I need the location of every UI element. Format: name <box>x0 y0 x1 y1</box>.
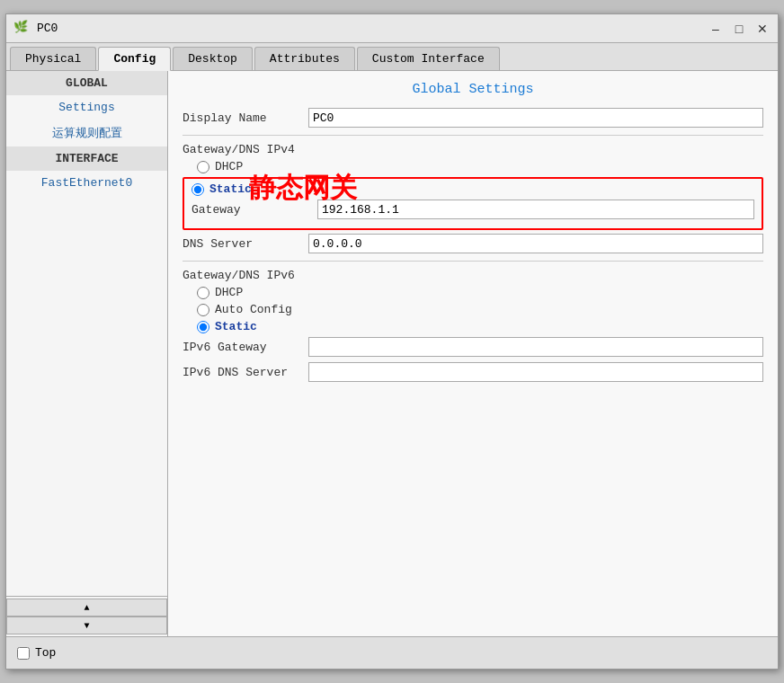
tab-bar: Physical Config Desktop Attributes Custo… <box>6 43 778 71</box>
static6-radio[interactable] <box>197 321 209 333</box>
ipv6-gateway-input[interactable] <box>308 337 763 357</box>
tab-custom-interface[interactable]: Custom Interface <box>357 47 500 70</box>
ipv6-dns-label: IPv6 DNS Server <box>183 366 308 379</box>
scroll-down-button[interactable]: ▼ <box>6 616 167 634</box>
content-area: GLOBAL Settings 运算规则配置 INTERFACE FastEth… <box>6 71 778 636</box>
sidebar-group-global[interactable]: GLOBAL <box>6 71 167 95</box>
dns-label: DNS Server <box>183 237 308 251</box>
tab-desktop[interactable]: Desktop <box>173 47 253 70</box>
dhcp6-radio[interactable] <box>197 287 209 299</box>
top-label: Top <box>35 646 56 660</box>
app-icon: 🌿 <box>13 20 31 38</box>
ipv6-gateway-row: IPv6 Gateway <box>183 337 763 357</box>
ipv4-group-label: Gateway/DNS IPv4 <box>183 143 763 156</box>
sidebar-item-fastethernet0[interactable]: FastEthernet0 <box>6 171 167 195</box>
dhcp6-label: DHCP <box>215 286 243 299</box>
static6-row: Static <box>197 320 763 333</box>
top-checkbox[interactable] <box>17 647 30 660</box>
display-name-label: Display Name <box>183 111 308 125</box>
sidebar-scrollbar: ▲ ▼ <box>6 596 167 636</box>
gateway-label: Gateway <box>192 203 317 217</box>
sidebar-item-rules[interactable]: 运算规则配置 <box>6 120 167 146</box>
auto-config-row: Auto Config <box>197 303 763 316</box>
close-button[interactable]: ✕ <box>754 21 771 37</box>
dhcp6-row: DHCP <box>197 286 763 299</box>
dns-row: DNS Server <box>183 234 763 253</box>
display-name-input[interactable] <box>308 108 763 128</box>
auto-config-label: Auto Config <box>215 303 292 316</box>
dhcp-radio[interactable] <box>197 161 209 173</box>
sidebar-group-interface[interactable]: INTERFACE <box>6 146 167 171</box>
tab-attributes[interactable]: Attributes <box>254 47 355 70</box>
auto-config-radio[interactable] <box>197 304 209 316</box>
gateway-input[interactable] <box>317 200 754 219</box>
window-title: PC0 <box>37 22 58 35</box>
dns-input[interactable] <box>308 234 763 253</box>
static-radio[interactable] <box>192 183 204 196</box>
main-window: 🌿 PC0 – □ ✕ Physical Config Desktop Attr… <box>5 13 779 670</box>
static6-label: Static <box>215 320 257 333</box>
section-title: Global Settings <box>183 82 763 97</box>
display-name-row: Display Name <box>183 108 763 128</box>
sidebar: GLOBAL Settings 运算规则配置 INTERFACE FastEth… <box>6 71 168 636</box>
static-row: Static <box>192 182 754 196</box>
dhcp-label: DHCP <box>215 160 243 173</box>
bottom-bar: Top <box>6 636 778 669</box>
tab-config[interactable]: Config <box>98 47 171 71</box>
top-checkbox-wrap: Top <box>17 646 56 660</box>
scroll-up-button[interactable]: ▲ <box>6 599 167 616</box>
minimize-button[interactable]: – <box>708 21 724 37</box>
main-panel: Global Settings Display Name Gateway/DNS… <box>168 71 778 636</box>
sidebar-item-settings[interactable]: Settings <box>6 95 167 120</box>
dhcp-row: DHCP <box>197 160 763 173</box>
ipv6-dns-row: IPv6 DNS Server <box>183 362 763 382</box>
title-bar: 🌿 PC0 – □ ✕ <box>6 14 778 43</box>
static-highlight-box: Static Gateway <box>183 177 763 230</box>
gateway-row: Gateway <box>192 200 754 219</box>
tab-physical[interactable]: Physical <box>10 47 96 70</box>
maximize-button[interactable]: □ <box>731 21 747 37</box>
static-label: Static <box>209 182 252 196</box>
ipv6-group-label: Gateway/DNS IPv6 <box>183 269 763 282</box>
ipv6-dns-input[interactable] <box>308 362 763 382</box>
window-controls: – □ ✕ <box>708 21 771 37</box>
ipv6-gateway-label: IPv6 Gateway <box>183 341 308 354</box>
